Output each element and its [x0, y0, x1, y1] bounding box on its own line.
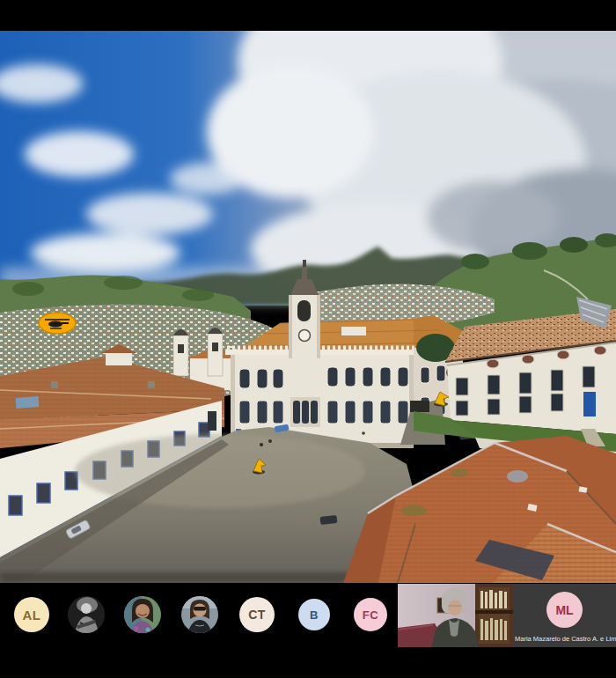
participant-avatar-photo-3[interactable]	[181, 596, 218, 633]
woman-sunglasses-photo	[181, 596, 218, 633]
woman-portrait-photo	[124, 596, 161, 633]
participant-video-tile[interactable]	[398, 584, 513, 647]
avatar-initials: ML	[555, 603, 573, 617]
participant-avatar-b[interactable]: B	[298, 599, 330, 630]
participant-avatar-photo-2[interactable]	[124, 596, 161, 633]
participant-tile-ml[interactable]: ML Maria Mazarelo de Castro A. e Lim...	[513, 584, 616, 647]
shared-screen[interactable]	[0, 31, 616, 583]
participant-avatar-ml: ML	[546, 592, 583, 628]
participant-avatar-ct[interactable]: CT	[239, 597, 275, 632]
participant-avatar-fc[interactable]: FC	[354, 598, 387, 631]
avatar-initials: AL	[23, 608, 41, 623]
avatar-initials: FC	[363, 608, 378, 622]
conference-window: AL	[0, 0, 616, 678]
avatar-initials: B	[310, 608, 319, 622]
helicopter-hotspot[interactable]	[39, 313, 76, 334]
participant-video-feed	[398, 584, 513, 647]
avatar-initials: CT	[248, 608, 266, 622]
participant-avatar-al[interactable]: AL	[14, 597, 49, 632]
participant-avatar-photo-1[interactable]	[68, 596, 105, 633]
participant-name-caption: Maria Mazarelo de Castro A. e Lim...	[513, 635, 616, 643]
bw-portrait-photo	[68, 596, 105, 633]
